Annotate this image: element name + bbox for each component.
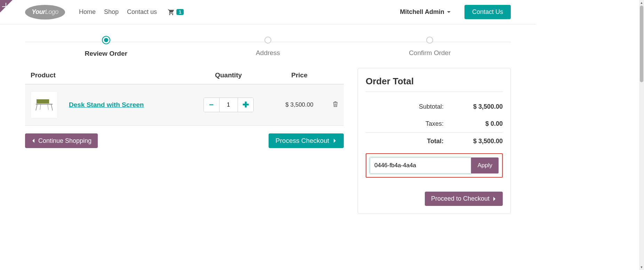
promo-code-input[interactable] xyxy=(370,157,471,173)
svg-line-4 xyxy=(40,104,41,110)
step-label: Address xyxy=(187,49,349,57)
desk-icon xyxy=(34,98,55,112)
svg-rect-0 xyxy=(37,99,49,103)
cart-icon xyxy=(167,9,175,16)
cart-panel: Product Quantity Price xyxy=(25,68,344,148)
chevron-left-icon xyxy=(31,138,35,144)
svg-line-5 xyxy=(48,104,48,110)
svg-line-3 xyxy=(51,104,53,110)
taxes-value: $ 0.00 xyxy=(464,120,503,128)
step-label: Review Order xyxy=(25,50,187,57)
taxes-label: Taxes: xyxy=(366,120,464,128)
col-quantity: Quantity xyxy=(185,68,272,84)
main-nav: Home Shop Contact us xyxy=(79,8,157,16)
scroll-up-icon[interactable]: ▲ xyxy=(640,1,643,5)
total-value: $ 3,500.00 xyxy=(464,138,503,145)
process-checkout-button[interactable]: Process Checkout xyxy=(269,133,344,148)
user-name: Mitchell Admin xyxy=(400,8,444,16)
nav-shop[interactable]: Shop xyxy=(104,8,119,16)
chevron-right-icon xyxy=(492,196,496,202)
promo-code-box: Apply xyxy=(366,153,503,178)
quantity-stepper: − ✚ xyxy=(204,98,254,112)
trash-icon xyxy=(333,101,338,107)
logo-text-2: Logo xyxy=(45,8,58,16)
total-label: Total: xyxy=(366,138,464,145)
process-checkout-label: Process Checkout xyxy=(276,137,329,145)
remove-item-button[interactable] xyxy=(333,102,338,109)
order-total-panel: Order Total Subtotal: $ 3,500.00 Taxes: … xyxy=(358,68,511,214)
continue-shopping-label: Continue Shopping xyxy=(38,137,92,145)
nav-contact[interactable]: Contact us xyxy=(127,8,157,16)
step-review[interactable]: Review Order xyxy=(25,37,187,57)
step-address[interactable]: Address xyxy=(187,37,349,57)
user-dropdown[interactable]: Mitchell Admin xyxy=(400,8,451,16)
cart-badge: 1 xyxy=(176,9,184,15)
subtotal-value: $ 3,500.00 xyxy=(464,103,503,110)
svg-line-2 xyxy=(36,104,37,110)
product-image xyxy=(31,91,58,118)
step-confirm[interactable]: Confirm Order xyxy=(349,37,511,57)
step-dot-icon xyxy=(102,36,110,44)
checkout-wizard: Review Order Address Confirm Order xyxy=(0,24,536,61)
site-logo[interactable]: YourLogo xyxy=(25,5,65,20)
step-dot-icon xyxy=(426,37,433,44)
step-label: Confirm Order xyxy=(349,49,511,57)
cart-link[interactable]: 1 xyxy=(167,9,184,16)
qty-decrease-button[interactable]: − xyxy=(204,98,219,112)
col-price: Price xyxy=(272,68,327,84)
nav-home[interactable]: Home xyxy=(79,8,96,16)
corner-tab[interactable] xyxy=(0,0,13,13)
scrollbar-thumb[interactable] xyxy=(640,6,643,82)
qty-increase-button[interactable]: ✚ xyxy=(238,98,253,112)
col-product: Product xyxy=(25,68,185,84)
product-name-link[interactable]: Desk Stand with Screen xyxy=(69,101,144,108)
chevron-right-icon xyxy=(333,138,337,144)
order-total-title: Order Total xyxy=(366,76,503,92)
price-cell: $ 3,500.00 xyxy=(272,84,327,126)
subtotal-label: Subtotal: xyxy=(366,103,464,110)
scrollbar[interactable]: ▲ ▼ xyxy=(639,0,644,221)
cart-table: Product Quantity Price xyxy=(25,68,344,126)
main-header: YourLogo Home Shop Contact us 1 Mitchell… xyxy=(0,0,536,24)
qty-input[interactable] xyxy=(219,98,238,112)
contact-us-button[interactable]: Contact Us xyxy=(464,5,511,19)
table-row: Desk Stand with Screen − ✚ $ 3,500.00 xyxy=(25,84,344,126)
apply-promo-button[interactable]: Apply xyxy=(471,157,499,173)
chevron-down-icon xyxy=(447,11,451,13)
proceed-checkout-button[interactable]: Proceed to Checkout xyxy=(425,192,503,206)
continue-shopping-button[interactable]: Continue Shopping xyxy=(25,133,98,148)
logo-text-1: Your xyxy=(32,8,45,16)
step-dot-icon xyxy=(264,37,271,44)
proceed-checkout-label: Proceed to Checkout xyxy=(431,195,490,202)
